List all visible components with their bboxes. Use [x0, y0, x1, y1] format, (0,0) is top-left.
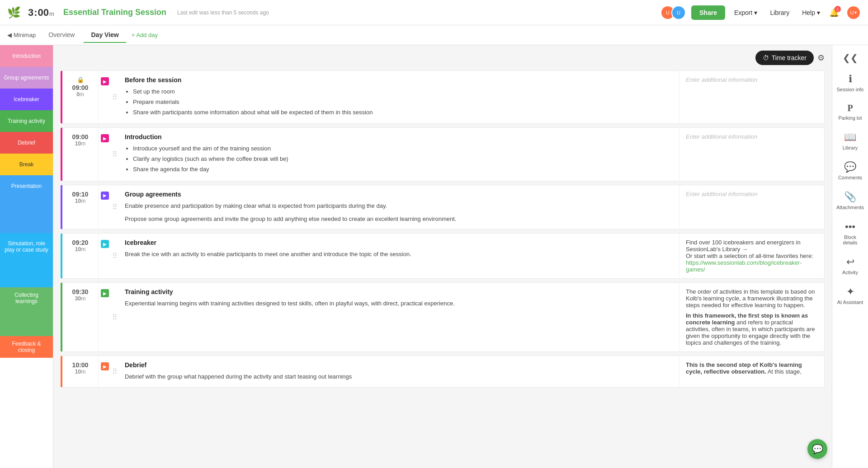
block-title: Icebreaker [125, 239, 673, 246]
drag-handle[interactable]: ⠿ [111, 356, 118, 387]
block-notes[interactable]: Enter additional information [679, 128, 824, 180]
parking-lot-icon: P [847, 103, 853, 113]
block-debrief: 10:00 10 m ▶ ⠿ Debrief Debrief with the … [61, 356, 825, 388]
activity-icon: ↩ [846, 256, 854, 268]
filter-icon[interactable]: ⚙ [817, 53, 825, 63]
sidebar-item-collecting[interactable]: Collecting learnings [0, 287, 53, 309]
sidebar-item-group-agreements[interactable]: Group agreements [0, 67, 53, 89]
app-header: 🌿 3 : 00 m Essential Training Session La… [0, 0, 868, 25]
drag-handle[interactable]: ⠿ [111, 234, 118, 278]
content-area: ⏱ Time tracker ⚙ 🔒 09:00 0 m ▶ ⠿ Before … [53, 45, 832, 468]
block-training-activity: 09:30 30 m ▶ ⠿ Training activity Experie… [61, 282, 825, 352]
last-edit-status: Last edit was less than 5 seconds ago [177, 9, 269, 16]
sidebar-item-library[interactable]: 📖 Library [834, 127, 867, 155]
block-content: Training activity Experiential learning … [118, 283, 679, 351]
block-duration: 10 m [75, 246, 85, 253]
sidebar-item-ai-assistant[interactable]: ✦ AI Assistant [834, 281, 867, 309]
time-column: 09:00 10 m [62, 128, 99, 180]
expand-button[interactable]: ▶ [101, 77, 109, 85]
drag-handle[interactable]: ⠿ [111, 185, 118, 229]
block-notes[interactable]: Enter additional information [679, 185, 824, 229]
expand-button[interactable]: ▶ [101, 192, 109, 200]
ai-assistant-label: AI Assistant [837, 300, 863, 305]
comments-icon: 💬 [844, 161, 856, 173]
sidebar-item-introduction[interactable]: Introduction [0, 45, 53, 67]
sidebar-item-block-details[interactable]: ••• Block details [834, 216, 867, 250]
sidebar-item-comments[interactable]: 💬 Comments [834, 157, 867, 185]
sidebar-item-session-info[interactable]: ℹ Session info [834, 69, 867, 97]
sidebar-item-debrief[interactable]: Debrief [0, 132, 53, 154]
time-column: 09:10 10 m [62, 185, 99, 229]
block-time: 09:20 [72, 239, 89, 246]
block-body: Experiential learning begins with traini… [125, 299, 673, 309]
sidebar-item-parking-lot[interactable]: P Parking lot [834, 98, 867, 125]
attachments-icon: 📎 [844, 191, 856, 203]
sidebar-item-break[interactable]: Break [0, 154, 53, 175]
block-details-icon: ••• [845, 221, 855, 233]
expand-button[interactable]: ▶ [101, 134, 109, 142]
export-button[interactable]: Export ▾ [731, 6, 761, 19]
block-content: Group agreements Enable presence and par… [118, 185, 679, 229]
minimap-toggle[interactable]: ◀ Minimap [7, 32, 36, 38]
nav-tabs: ◀ Minimap Overview Day View + Add day [0, 25, 868, 45]
add-day-button[interactable]: + Add day [132, 32, 158, 38]
tab-overview[interactable]: Overview [41, 28, 82, 43]
notifications-icon[interactable]: 🔔 1 [829, 8, 839, 18]
notes-placeholder: Enter additional information [686, 191, 757, 197]
timer-minutes: 00 [38, 7, 49, 19]
block-body: Introduce yourself and the aim of the tr… [125, 144, 673, 174]
timer-unit: m [49, 10, 54, 17]
tab-day-view[interactable]: Day View [84, 28, 126, 43]
timer-colon: : [34, 7, 37, 19]
session-info-icon: ℹ [849, 73, 852, 85]
drag-handle[interactable]: ⠿ [111, 128, 118, 180]
time-tracker-button[interactable]: ⏱ Time tracker [755, 51, 814, 65]
block-body: Debrief with the group what happened dur… [125, 372, 673, 382]
help-chevron-icon: ▾ [817, 9, 820, 16]
ai-assistant-icon: ✦ [846, 286, 854, 298]
avatar-user2: U [671, 5, 686, 20]
sidebar-item-collecting-cont[interactable] [0, 309, 53, 336]
notes-placeholder: Enter additional information [686, 133, 757, 140]
sidebar-item-attachments[interactable]: 📎 Attachments [834, 187, 867, 215]
expand-column: ▶ [99, 71, 111, 123]
expand-column: ▶ [99, 128, 111, 180]
block-title: Group agreements [125, 191, 673, 198]
sidebar-item-training-activity[interactable]: Training activity [0, 110, 53, 132]
sidebar-collapse-button[interactable]: ❮❮ [843, 52, 858, 63]
block-title: Training activity [125, 288, 673, 295]
expand-button[interactable]: ▶ [101, 289, 109, 297]
sidebar-item-presentation-cont[interactable] [0, 197, 53, 233]
drag-handle[interactable]: ⠿ [111, 283, 118, 351]
sidebar-item-icebreaker[interactable]: Icebreaker [0, 89, 53, 110]
library-button[interactable]: Library [766, 6, 793, 19]
drag-handle[interactable]: ⠿ [111, 71, 118, 123]
block-content: Before the session Set up the room Prepa… [118, 71, 679, 123]
expand-column: ▶ [99, 356, 111, 387]
share-button[interactable]: Share [691, 5, 725, 20]
block-notes: Find over 100 icebreakers and energizers… [679, 234, 824, 278]
sidebar-item-feedback[interactable]: Feedback & closing [0, 336, 53, 358]
expand-column: ▶ [99, 185, 111, 229]
block-time: 10:00 [72, 361, 89, 369]
block-body: Set up the room Prepare materials Share … [125, 87, 673, 117]
icebreaker-link[interactable]: https://www.sessionlab.com/blog/icebreak… [686, 259, 802, 273]
expand-button[interactable]: ▶ [101, 240, 109, 248]
block-notes[interactable]: Enter additional information [679, 71, 824, 123]
sidebar-item-simulation-cont[interactable] [0, 260, 53, 287]
sidebar-item-presentation[interactable]: Presentation [0, 175, 53, 197]
help-button[interactable]: Help ▾ [798, 6, 824, 19]
lock-icon: 🔒 [77, 76, 84, 83]
user-avatar[interactable]: U ▾ [846, 5, 861, 20]
main-layout: Introduction Group agreements Icebreaker… [0, 45, 868, 468]
chat-fab-button[interactable]: 💬 [807, 439, 827, 459]
block-duration: 10 m [75, 369, 85, 375]
block-title: Introduction [125, 133, 673, 140]
expand-button[interactable]: ▶ [101, 362, 109, 370]
block-body: Break the ice with an activity to enable… [125, 250, 673, 259]
timer-hours: 3 [28, 7, 33, 19]
time-tracker-bar: ⏱ Time tracker ⚙ [61, 51, 825, 65]
right-sidebar: ❮❮ ℹ Session info P Parking lot 📖 Librar… [832, 45, 868, 468]
sidebar-item-simulation[interactable]: Simulation, role play or case study [0, 233, 53, 260]
sidebar-item-activity[interactable]: ↩ Activity [834, 252, 867, 280]
